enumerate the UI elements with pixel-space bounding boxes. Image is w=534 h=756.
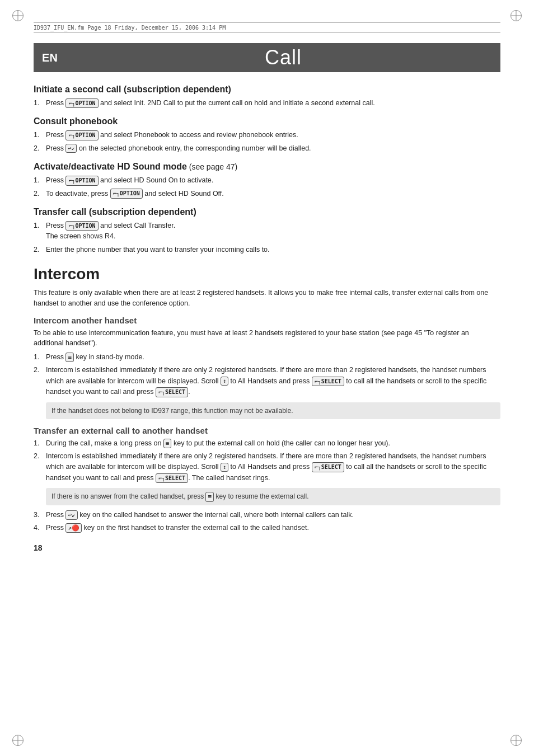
scroll-key-2: ↕ [221,463,228,472]
initiate-steps: 1. Press ⌐┐OPTION and select Init. 2ND C… [34,98,500,109]
file-info: ID937_IFU_EN.fm Page 18 Friday, December… [34,22,500,33]
language-label: EN [34,43,66,72]
answer-key-icon: ↩↙ [65,510,77,520]
menu-key-icon-1: ≡ [65,353,74,362]
scroll-key-1: ↕ [221,377,228,386]
select-key-4: ⌐┐SELECT [156,473,188,483]
page-container: ID937_IFU_EN.fm Page 18 Friday, December… [0,0,534,756]
option-key-hd1: ⌐┐OPTION [65,176,98,186]
menu-key-icon-note: ≡ [205,492,214,501]
section-heading-hd: Activate/deactivate HD Sound mode (see p… [34,162,500,172]
section-hd-sound: Activate/deactivate HD Sound mode (see p… [34,162,500,199]
intercom-handset-step-1: 1. Press ≡ key in stand-by mode. [34,352,500,363]
section-consult-phonebook: Consult phonebook 1. Press ⌐┐OPTION and … [34,116,500,154]
corner-mark-tr [510,10,522,21]
intercom-intro: This feature is only available when ther… [34,288,500,309]
phonebook-steps: 1. Press ⌐┐OPTION and select Phonebook t… [34,130,500,154]
intercom-handset-steps: 1. Press ≡ key in stand-by mode. 2. Inte… [34,352,500,398]
phonebook-step-1: 1. Press ⌐┐OPTION and select Phonebook t… [34,130,500,140]
transfer-steps: 1. Press ⌐┐OPTION and select Call Transf… [34,220,500,255]
option-key-hd2: ⌐┐OPTION [110,189,143,199]
section-heading-transfer: Transfer call (subscription dependent) [34,207,500,217]
section-intercom: Intercom This feature is only available … [34,265,500,533]
intercom-handset-heading: Intercom another handset [34,316,500,325]
hd-step-1: 1. Press ⌐┐OPTION and select HD Sound On… [34,175,500,186]
intercom-heading: Intercom [34,265,500,283]
select-key-1: ⌐┐SELECT [312,377,344,387]
intercom-note-2: If there is no answer from the called ha… [46,488,500,505]
select-key-3: ⌐┐SELECT [312,462,344,472]
call-key-icon: ↩↙ [65,144,77,153]
page-title: Call [66,43,500,72]
transfer-ext-step-4: 4. Press ↗🔴 key on the first handset to … [34,523,500,533]
transfer-external-heading: Transfer an external call to another han… [34,426,500,435]
subsection-intercom-handset: Intercom another handset To be able to u… [34,316,500,419]
corner-mark-bl [12,735,24,746]
section-initiate-second-call: Initiate a second call (subscription dep… [34,84,500,109]
hd-steps: 1. Press ⌐┐OPTION and select HD Sound On… [34,175,500,199]
subsection-transfer-external: Transfer an external call to another han… [34,426,500,534]
initiate-step-1: 1. Press ⌐┐OPTION and select Init. 2ND C… [34,98,500,109]
section-heading-initiate: Initiate a second call (subscription dep… [34,84,500,95]
header-banner: EN Call [34,43,500,72]
end-key-icon: ↗🔴 [65,523,82,533]
transfer-ext-step-2: 2. Intercom is established immediately i… [34,451,500,483]
page-number: 18 [34,543,500,552]
select-key-2: ⌐┐SELECT [156,387,188,397]
transfer-step-1: 1. Press ⌐┐OPTION and select Call Transf… [34,220,500,242]
transfer-external-steps2: 3. Press ↩↙ key on the called handset to… [34,510,500,534]
corner-mark-tl [12,10,24,21]
transfer-external-steps: 1. During the call, make a long press on… [34,438,500,484]
phonebook-step-2: 2. Press ↩↙ on the selected phonebook en… [34,143,500,154]
transfer-ext-step-1: 1. During the call, make a long press on… [34,438,500,449]
section-heading-phonebook: Consult phonebook [34,116,500,126]
option-key-tc: ⌐┐OPTION [65,221,98,231]
transfer-ext-step-3: 3. Press ↩↙ key on the called handset to… [34,510,500,520]
hd-step-2: 2. To deactivate, press ⌐┐OPTION and sel… [34,189,500,199]
intercom-handset-intro: To be able to use intercommunication fea… [34,328,500,349]
intercom-handset-step-2: 2. Intercom is established immediately i… [34,365,500,397]
option-key-1: ⌐┐OPTION [65,130,98,140]
menu-key-icon-2: ≡ [163,439,172,448]
intercom-note-1: If the handset does not belong to ID937 … [46,402,500,419]
option-key-icon: ⌐┐OPTION [65,98,98,109]
section-transfer-call: Transfer call (subscription dependent) 1… [34,207,500,255]
corner-mark-br [510,735,522,746]
transfer-step-2: 2. Enter the phone number that you want … [34,245,500,255]
